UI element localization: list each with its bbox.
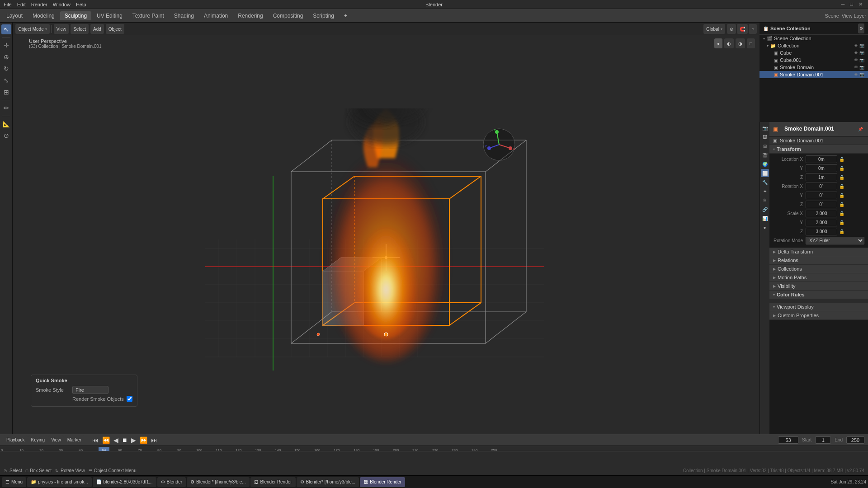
viewport-shading-material[interactable]: ◐: [724, 38, 734, 48]
rotation-y-lock[interactable]: 🔒: [839, 193, 844, 198]
viewport-object-menu[interactable]: Object: [106, 24, 124, 34]
prop-object-btn[interactable]: ⬜: [761, 169, 769, 177]
tab-animation[interactable]: Animation: [199, 11, 232, 20]
measure-tool-button[interactable]: 📐: [1, 119, 11, 129]
viewport-shading-wireframe[interactable]: □: [747, 38, 755, 48]
view-menu-btn[interactable]: View: [48, 435, 64, 445]
close-button[interactable]: ✕: [857, 1, 864, 7]
rotation-y-input[interactable]: [806, 192, 837, 199]
location-y-input[interactable]: [806, 164, 837, 172]
cube001-item[interactable]: ▣ Cube.001 👁 📷: [760, 56, 868, 64]
cube001-vis-icon[interactable]: 👁: [854, 58, 858, 62]
taskbar-blender1[interactable]: ⚙ Blender: [157, 477, 186, 487]
prop-output-btn[interactable]: 🖼: [761, 133, 769, 141]
timeline-track[interactable]: 0 10 20 30 40 50 60 70 80 90 100 110 120…: [0, 446, 868, 466]
start-frame-input[interactable]: [815, 436, 831, 444]
smoke-domain001-item[interactable]: ▣ Smoke Domain.001 👁 📷: [760, 71, 868, 78]
snap-btn[interactable]: 🧲: [737, 24, 748, 34]
render-smoke-checkbox[interactable]: [127, 396, 132, 402]
location-x-lock[interactable]: 🔒: [839, 157, 844, 162]
viewport-display-section[interactable]: ▾ Viewport Display: [769, 303, 868, 311]
scale-z-input[interactable]: [806, 228, 837, 235]
step-back-btn[interactable]: ⏪: [101, 436, 111, 445]
step-forward-btn[interactable]: ⏩: [139, 436, 148, 445]
viewport-shading-solid[interactable]: ●: [714, 38, 722, 48]
taskbar-menu[interactable]: ☰ Menu: [2, 477, 26, 487]
location-z-lock[interactable]: 🔒: [839, 175, 844, 180]
current-frame-input[interactable]: [778, 436, 798, 444]
cursor-tool-button[interactable]: ✛: [1, 40, 11, 50]
location-y-lock[interactable]: 🔒: [839, 166, 844, 171]
taskbar-file1[interactable]: 📁 physics - fire and smok...: [27, 477, 92, 487]
color-rules-section[interactable]: ▾ Color Rules: [769, 291, 868, 299]
smoke-domain001-render-icon[interactable]: 📷: [859, 72, 864, 77]
prop-data-btn[interactable]: 📊: [761, 214, 769, 222]
viewport-3d[interactable]: Object Mode ▾ View Select Add Object Glo…: [13, 23, 760, 434]
rotation-mode-select[interactable]: XYZ Euler: [806, 237, 864, 244]
rotation-x-lock[interactable]: 🔒: [839, 184, 844, 189]
tab-modeling[interactable]: Modeling: [28, 11, 59, 20]
tab-scripting[interactable]: Scripting: [308, 11, 339, 20]
tab-layout[interactable]: Layout: [2, 11, 27, 20]
outliner-filter-btn[interactable]: ⚙: [858, 23, 864, 33]
collections-section[interactable]: ▶ Collections: [769, 265, 868, 273]
menu-edit[interactable]: Edit: [17, 2, 26, 7]
cube001-render-icon[interactable]: 📷: [859, 58, 864, 62]
smoke-domain001-vis-icon[interactable]: 👁: [854, 72, 858, 77]
viewport-add-menu[interactable]: Add: [90, 24, 104, 34]
collection-render-icon[interactable]: 📷: [859, 43, 864, 48]
prop-material-btn[interactable]: ●: [761, 223, 769, 231]
taskbar-blender3[interactable]: ⚙ Blender* [/home/y3/ble...: [297, 477, 359, 487]
end-frame-input[interactable]: [846, 436, 864, 444]
relations-section[interactable]: ▶ Relations: [769, 256, 868, 265]
smoke-domain-render-icon[interactable]: 📷: [859, 65, 864, 70]
jump-end-btn[interactable]: ⏭: [150, 436, 158, 445]
taskbar-render2[interactable]: 🖼 Blender Render: [360, 477, 405, 487]
collection-item[interactable]: ▾ 📁 Collection 👁 📷: [760, 42, 868, 49]
prop-particle-btn[interactable]: ✦: [761, 187, 769, 195]
collection-vis-icon[interactable]: 👁: [854, 43, 858, 48]
select-tool-button[interactable]: ↖: [1, 24, 11, 34]
stop-btn[interactable]: ⏹: [121, 436, 128, 444]
rotation-x-input[interactable]: [806, 183, 837, 190]
tab-uv-editing[interactable]: UV Editing: [92, 11, 127, 20]
move-tool-button[interactable]: ⊕: [1, 52, 11, 62]
scene-collection-item[interactable]: ▾ 🎬 Scene Collection: [760, 35, 868, 42]
maximize-button[interactable]: □: [848, 1, 855, 7]
smoke-domain-vis-icon[interactable]: 👁: [854, 65, 858, 70]
proportional-edit-btn[interactable]: ○: [749, 24, 757, 34]
scale-y-input[interactable]: [806, 219, 837, 226]
taskbar-blender2[interactable]: ⚙ Blender* [/home/y3/ble...: [187, 477, 250, 487]
scale-x-input[interactable]: [806, 210, 837, 217]
transform-pivot-btn[interactable]: ⊙: [727, 24, 736, 34]
play-btn[interactable]: ▶: [130, 436, 137, 445]
custom-properties-section[interactable]: ▶ Custom Properties: [769, 311, 868, 320]
smoke-domain-item[interactable]: ▣ Smoke Domain 👁 📷: [760, 64, 868, 71]
taskbar-render1[interactable]: 🖼 Blender Render: [250, 477, 296, 487]
tab-shading[interactable]: Shading: [170, 11, 198, 20]
cube-render-icon[interactable]: 📷: [859, 51, 864, 55]
cube-vis-icon[interactable]: 👁: [854, 51, 858, 55]
menu-render[interactable]: Render: [31, 2, 47, 7]
viewport-view-menu[interactable]: View: [54, 24, 69, 34]
playback-menu-btn[interactable]: Playback: [4, 435, 28, 445]
tab-compositing[interactable]: Compositing: [269, 11, 308, 20]
keying-menu-btn[interactable]: Keying: [28, 435, 48, 445]
transform-tool-button[interactable]: ⊞: [1, 87, 11, 97]
location-z-input[interactable]: [806, 174, 837, 181]
visibility-section[interactable]: ▶ Visibility: [769, 282, 868, 291]
add-tool-button[interactable]: ⊙: [1, 131, 11, 141]
prop-modifier-btn[interactable]: 🔧: [761, 178, 769, 186]
scale-x-lock[interactable]: 🔒: [839, 211, 844, 216]
transform-section-header[interactable]: ▾ Transform: [769, 145, 868, 154]
global-dropdown[interactable]: Global ▾: [703, 24, 725, 34]
jump-start-btn[interactable]: ⏮: [91, 436, 99, 445]
prop-constraints-btn[interactable]: 🔗: [761, 205, 769, 213]
menu-help[interactable]: Help: [76, 2, 86, 7]
menu-file[interactable]: File: [4, 2, 12, 7]
tab-rendering[interactable]: Rendering: [233, 11, 267, 20]
delta-transform-section[interactable]: ▶ Delta Transform: [769, 248, 868, 256]
pin-btn[interactable]: 📌: [857, 124, 864, 134]
menu-window[interactable]: Window: [53, 2, 71, 7]
tab-sculpting[interactable]: Sculpting: [60, 11, 91, 20]
